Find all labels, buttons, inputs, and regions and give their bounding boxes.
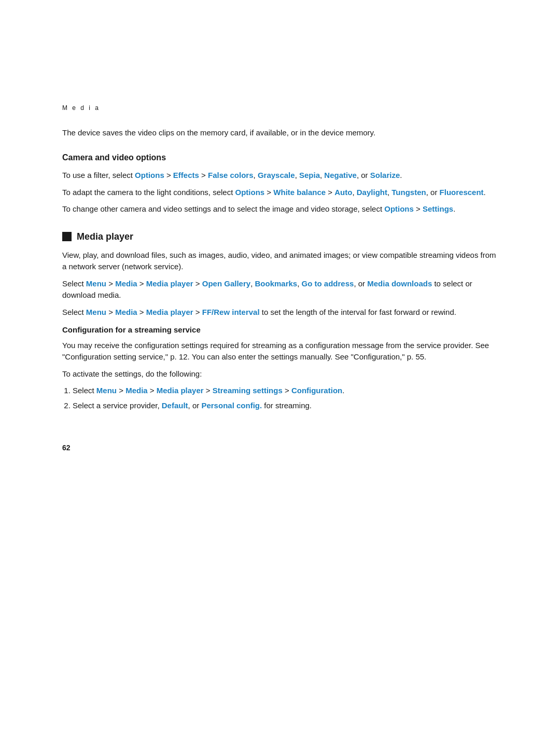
ff-rew-before: Select [62,308,86,316]
link-white-balance[interactable]: White balance [273,188,326,197]
link-effects[interactable]: Effects [173,171,199,179]
step-2: Select a service provider, Default, or P… [73,400,498,412]
ff-rew-paragraph: Select Menu > Media > Media player > FF/… [62,307,498,319]
link-streaming-settings[interactable]: Streaming settings [213,386,283,395]
link-bookmarks[interactable]: Bookmarks [255,279,297,288]
link-media-player-1[interactable]: Media player [146,279,193,288]
select-menu-before: Select [62,279,86,288]
step-1-before: Select [73,386,96,395]
link-false-colors[interactable]: False colors [208,171,254,179]
link-menu-1[interactable]: Menu [86,279,106,288]
select-menu-paragraph: Select Menu > Media > Media player > Ope… [62,278,498,301]
link-menu-3[interactable]: Menu [96,386,117,395]
activate-text: To activate the settings, do the followi… [62,368,498,380]
step-2-before: Select a service provider, [73,401,162,410]
storage-text-before: To change other camera and video setting… [62,204,384,213]
link-fluorescent[interactable]: Fluorescent [440,188,484,197]
link-tungsten[interactable]: Tungsten [391,188,426,197]
section-icon [62,232,72,241]
link-media-1[interactable]: Media [115,279,137,288]
filter-paragraph: To use a filter, select Options > Effect… [62,170,498,182]
chapter-title: M e d i a [62,104,498,113]
white-balance-paragraph: To adapt the camera to the light conditi… [62,187,498,199]
step-1: Select Menu > Media > Media player > Str… [73,385,498,397]
steps-list: Select Menu > Media > Media player > Str… [73,385,498,411]
link-options-filter[interactable]: Options [135,171,164,179]
link-media-downloads[interactable]: Media downloads [367,279,432,288]
link-sepia[interactable]: Sepia [299,171,320,179]
link-auto[interactable]: Auto [334,188,352,197]
link-negative[interactable]: Negative [324,171,357,179]
link-settings[interactable]: Settings [423,204,453,213]
camera-section-heading: Camera and video options [62,151,498,163]
link-menu-2[interactable]: Menu [86,308,106,316]
page-content: M e d i a The device saves the video cli… [0,0,560,495]
link-options-white[interactable]: Options [235,188,265,197]
config-heading: Configuration for a streaming service [62,324,498,336]
media-player-section: Media player [62,230,498,243]
link-media-3[interactable]: Media [125,386,148,395]
link-media-2[interactable]: Media [115,308,137,316]
link-default[interactable]: Default [162,401,188,410]
link-configuration[interactable]: Configuration [291,386,342,395]
storage-paragraph: To change other camera and video setting… [62,203,498,215]
media-player-heading-container: Media player [62,230,498,243]
link-open-gallery[interactable]: Open Gallery [202,279,250,288]
link-go-to-address[interactable]: Go to address [302,279,354,288]
link-personal-config[interactable]: Personal config. [201,401,262,410]
media-player-heading: Media player [77,230,133,243]
filter-text-before: To use a filter, select [62,171,135,179]
link-solarize[interactable]: Solarize [370,171,400,179]
link-ff-rew[interactable]: FF/Rew interval [202,308,260,316]
white-balance-text-before: To adapt the camera to the light conditi… [62,188,235,197]
link-options-storage[interactable]: Options [384,204,414,213]
link-media-player-3[interactable]: Media player [157,386,204,395]
page-number: 62 [62,442,498,453]
link-daylight[interactable]: Daylight [357,188,387,197]
media-player-intro: View, play, and download files, such as … [62,250,498,273]
config-text: You may receive the configuration settin… [62,340,498,363]
intro-text: The device saves the video clips on the … [62,127,498,139]
link-media-player-2[interactable]: Media player [146,308,193,316]
link-grayscale[interactable]: Grayscale [258,171,295,179]
